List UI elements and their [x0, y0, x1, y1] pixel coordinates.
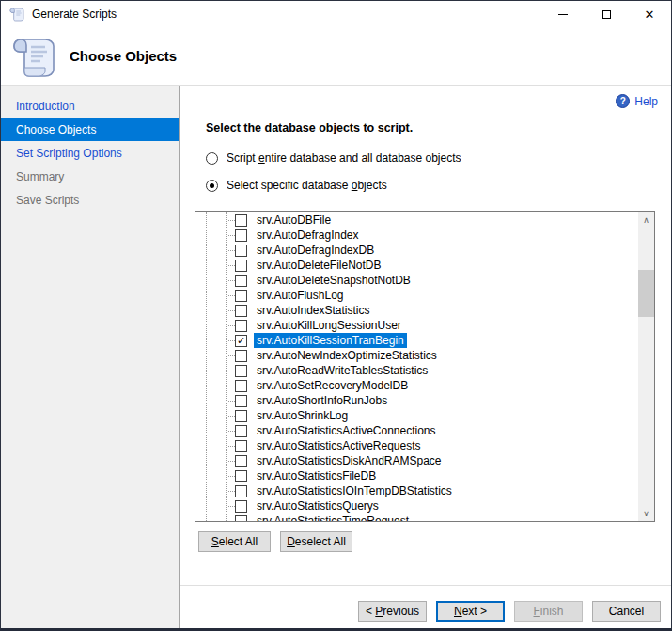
item-label[interactable]: srv.AutoDBFile [254, 213, 334, 228]
minimize-icon [558, 14, 568, 15]
sidebar-step-set-scripting-options[interactable]: Set Scripting Options [1, 141, 179, 165]
select-all-button[interactable]: Select All [198, 531, 271, 552]
item-checkbox[interactable] [235, 305, 247, 317]
tree-row[interactable]: srv.AutoStatisticsQuerys [195, 498, 638, 513]
object-tree: srv.AutoDBFilesrv.AutoDefragIndexsrv.Aut… [195, 212, 638, 521]
object-tree-listbox: srv.AutoDBFilesrv.AutoDefragIndexsrv.Aut… [195, 211, 655, 522]
item-label[interactable]: srv.AutoStatisticsTimeRequest [254, 513, 412, 521]
tree-row[interactable]: srv.AutoStatisticsDiskAndRAMSpace [195, 453, 638, 468]
item-label[interactable]: srv.AutoNewIndexOptimizeStatistics [254, 348, 440, 363]
previous-button[interactable]: < Previous [358, 601, 427, 622]
sidebar-step-choose-objects[interactable]: Choose Objects [1, 118, 179, 141]
item-label[interactable]: srv.AutoStatisticsActiveRequests [254, 438, 424, 453]
scrollbar-thumb[interactable] [638, 270, 654, 317]
wizard-steps-sidebar: IntroductionChoose ObjectsSet Scripting … [1, 86, 180, 628]
tree-row[interactable]: srv.AutoDefragIndexDB [195, 243, 638, 258]
tree-row[interactable]: srv.AutoShrinkLog [195, 408, 638, 423]
item-checkbox[interactable] [235, 500, 247, 513]
item-label[interactable]: srv.AutoDeleteSnapshotNotDB [254, 273, 414, 288]
item-checkbox[interactable] [235, 470, 247, 482]
sidebar-step-save-scripts[interactable]: Save Scripts [1, 188, 179, 212]
tree-connector [227, 521, 235, 522]
item-checkbox[interactable] [235, 485, 247, 497]
window-controls: ✕ [541, 1, 671, 27]
item-label[interactable]: srv.AutoDeleteFileNotDB [254, 258, 384, 273]
scroll-down-icon[interactable]: ∨ [638, 505, 654, 521]
tree-connector [227, 416, 235, 417]
item-checkbox[interactable] [235, 410, 247, 422]
sidebar-step-introduction[interactable]: Introduction [1, 94, 179, 118]
wizard-body: IntroductionChoose ObjectsSet Scripting … [1, 86, 671, 628]
tree-connector [227, 446, 235, 447]
item-checkbox[interactable] [235, 275, 247, 287]
next-button[interactable]: Next > [436, 601, 505, 622]
sidebar-step-summary[interactable]: Summary [1, 165, 179, 188]
item-label[interactable]: srv.AutoStatisticsIOInTempDBStatistics [254, 483, 455, 498]
item-label[interactable]: srv.AutoFlushLog [254, 288, 347, 303]
tree-row[interactable]: srv.AutoDBFile [195, 213, 638, 228]
item-checkbox[interactable] [235, 229, 247, 242]
tree-row[interactable]: srv.AutoNewIndexOptimizeStatistics [195, 348, 638, 363]
item-checkbox[interactable] [235, 455, 247, 467]
item-label[interactable]: srv.AutoReadWriteTablesStatistics [254, 363, 430, 378]
item-checkbox[interactable] [235, 365, 247, 377]
radio-select-specific-objects[interactable]: Select specific database objects [206, 179, 387, 192]
tree-row[interactable]: srv.AutoFlushLog [195, 288, 638, 303]
tree-connector [227, 220, 235, 221]
item-label[interactable]: srv.AutoDefragIndexDB [254, 243, 377, 258]
tree-row[interactable]: srv.AutoReadWriteTablesStatistics [195, 363, 638, 378]
item-checkbox[interactable] [235, 380, 247, 392]
item-label[interactable]: srv.AutoShrinkLog [254, 408, 351, 423]
tree-connector [227, 340, 235, 341]
tree-connector [227, 476, 235, 477]
item-label[interactable]: srv.AutoDefragIndex [254, 228, 362, 243]
help-link[interactable]: ? Help [616, 94, 658, 108]
item-checkbox[interactable] [235, 245, 247, 257]
item-checkbox[interactable] [235, 290, 247, 302]
tree-row[interactable]: srv.AutoIndexStatistics [195, 303, 638, 318]
tree-row[interactable]: srv.AutoStatisticsActiveConnections [195, 423, 638, 438]
tree-row[interactable]: srv.AutoStatisticsActiveRequests [195, 438, 638, 453]
item-label[interactable]: srv.AutoSetRecoveryModelDB [254, 378, 411, 393]
deselect-all-button[interactable]: Deselect All [280, 531, 352, 552]
cancel-button[interactable]: Cancel [592, 601, 661, 622]
item-checkbox[interactable] [235, 515, 247, 522]
radio-label: Select specific database objects [227, 179, 387, 192]
tree-row[interactable]: srv.AutoDeleteSnapshotNotDB [195, 273, 638, 288]
item-label[interactable]: srv.AutoStatisticsFileDB [254, 468, 379, 483]
radio-label: Script entire database and all database … [227, 151, 461, 165]
item-label[interactable]: srv.AutoStatisticsActiveConnections [254, 423, 439, 438]
item-checkbox[interactable] [235, 260, 247, 272]
item-label[interactable]: srv.AutoStatisticsDiskAndRAMSpace [254, 453, 445, 468]
tree-row[interactable]: ✓srv.AutoKillSessionTranBegin [195, 333, 638, 348]
radio-icon-selected [206, 180, 218, 192]
item-checkbox[interactable] [235, 214, 247, 227]
tree-row[interactable]: srv.AutoShortInfoRunJobs [195, 393, 638, 408]
item-checkbox[interactable] [235, 425, 247, 437]
tree-row[interactable]: srv.AutoDefragIndex [195, 228, 638, 243]
item-label[interactable]: srv.AutoStatisticsQuerys [254, 498, 382, 513]
tree-row[interactable]: srv.AutoStatisticsFileDB [195, 468, 638, 483]
tree-row[interactable]: srv.AutoStatisticsTimeRequest [195, 513, 638, 521]
item-label[interactable]: srv.AutoKillLongSessionUser [254, 318, 404, 333]
item-label[interactable]: srv.AutoIndexStatistics [254, 303, 373, 318]
tree-connector [227, 310, 235, 311]
item-checkbox[interactable] [235, 440, 247, 452]
item-checkbox[interactable]: ✓ [235, 335, 247, 347]
maximize-button[interactable] [585, 1, 628, 27]
close-button[interactable]: ✕ [628, 1, 671, 27]
tree-row[interactable]: srv.AutoSetRecoveryModelDB [195, 378, 638, 393]
scroll-up-icon[interactable]: ∧ [638, 212, 654, 228]
radio-script-entire-database[interactable]: Script entire database and all database … [206, 151, 461, 165]
tree-row[interactable]: srv.AutoDeleteFileNotDB [195, 258, 638, 273]
tree-row[interactable]: srv.AutoStatisticsIOInTempDBStatistics [195, 483, 638, 498]
item-label[interactable]: srv.AutoShortInfoRunJobs [254, 393, 390, 408]
item-checkbox[interactable] [235, 350, 247, 362]
item-checkbox[interactable] [235, 320, 247, 332]
tree-row[interactable]: srv.AutoKillLongSessionUser [195, 318, 638, 333]
item-label[interactable]: srv.AutoKillSessionTranBegin [254, 333, 407, 348]
item-checkbox[interactable] [235, 395, 247, 407]
tree-connector [227, 431, 235, 432]
minimize-button[interactable] [541, 1, 585, 27]
vertical-scrollbar[interactable]: ∧ ∨ [638, 212, 654, 521]
